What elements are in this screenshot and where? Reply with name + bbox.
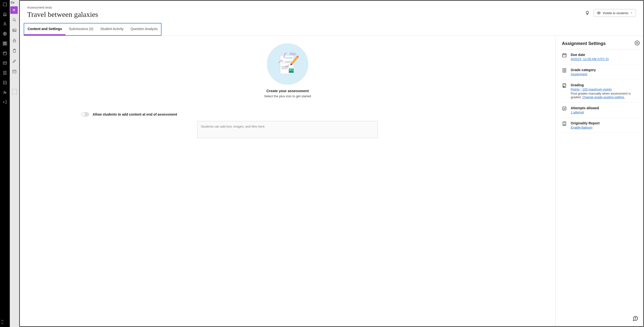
create-subtext: Select the plus icon to get started [264,94,311,98]
due-date-label: Due date [571,53,640,57]
svg-text:Abc: Abc [290,52,296,56]
course-nav-rail: Co [10,0,19,327]
svg-rect-36 [282,67,289,68]
footer-text: PriTe [1,320,4,325]
attempts-icon [562,106,567,114]
create-heading: Create your assessment [266,89,308,93]
app-nav-rail: PriTe [0,0,10,327]
svg-rect-24 [13,70,16,73]
globe-icon[interactable] [2,31,7,36]
messages-icon[interactable] [2,60,7,66]
grading-max-link[interactable]: 100 maximum points [582,88,612,91]
courses-icon[interactable] [2,41,7,46]
svg-point-28 [598,12,599,14]
svg-point-15 [4,92,5,93]
svg-rect-5 [3,52,6,55]
grading-label: Grading [571,83,640,87]
calendar-icon [562,53,567,61]
tab-question-analysis[interactable]: Question Analysis [127,24,161,35]
breadcrumb: Assessment tests [27,6,584,9]
clipboard-icon[interactable] [12,48,17,53]
category-icon [562,68,567,76]
student-content-area[interactable]: Students can add text, images, and files… [197,121,378,138]
attempts-label: Attempts allowed [571,106,640,110]
settings-title: Assignment Settings [562,41,606,46]
originality-label: Originality Report [571,121,640,125]
svg-rect-43 [563,54,566,57]
profile-icon[interactable] [2,22,7,26]
svg-point-39 [290,69,291,70]
page-title[interactable]: Travel between galaxies [27,10,584,18]
signout-icon[interactable] [2,100,7,104]
svg-point-16 [5,92,6,93]
grading-points-link[interactable]: Points [571,88,580,91]
svg-point-17 [13,18,15,21]
originality-link[interactable]: Enable Baboon [571,126,592,129]
svg-rect-37 [282,68,288,69]
svg-rect-53 [563,107,566,110]
institution-icon[interactable] [2,12,7,16]
search-icon[interactable] [12,18,17,22]
gear-icon[interactable] [634,40,640,47]
allow-content-toggle[interactable]: ✓ [81,112,89,116]
pencil-icon[interactable] [12,59,17,64]
due-date-link[interactable]: 4/20/23, 12:00 AM (UTC-5) [571,57,609,61]
tab-submissions[interactable]: Submissions (0) [66,24,97,35]
close-button[interactable] [10,6,18,14]
grade-category-link[interactable]: Assignment [571,72,587,76]
chevron-down-icon [630,12,633,14]
attempts-link[interactable]: 1 attempt [571,110,584,114]
svg-rect-0 [3,3,6,6]
assignment-settings-panel: Assignment Settings Due date 4/20/23, 12… [555,36,643,326]
eye-icon [597,11,601,15]
calendar-icon[interactable] [2,51,7,56]
main-content: Abc Create your assessment Select the pl… [20,36,555,326]
grading-change-link[interactable]: Change grade posting setting. [582,95,625,99]
svg-point-1 [4,22,6,24]
schedule-icon[interactable] [12,69,17,74]
originality-icon [562,121,567,129]
svg-rect-21 [13,40,16,42]
svg-rect-34 [285,62,290,63]
svg-point-42 [636,42,638,44]
grades-icon[interactable] [2,70,7,75]
help-icon[interactable] [632,315,639,322]
rail-label: Co [11,1,14,4]
svg-rect-31 [285,57,292,59]
grade-category-label: Grade category [571,68,640,72]
logo-icon [2,2,7,7]
image-icon[interactable] [12,28,17,33]
tabs-bar: Content and Settings Submissions (0) Stu… [20,23,643,36]
create-illustration: Abc [267,43,308,85]
grading-icon [562,83,567,99]
hint-icon[interactable] [584,10,591,16]
tab-student-activity[interactable]: Student Activity [97,24,127,35]
assessment-panel: Assessment tests Travel between galaxies… [19,0,644,327]
svg-rect-3 [4,42,6,44]
visibility-dropdown[interactable]: Visible to students [594,9,636,17]
svg-point-56 [636,319,636,320]
tab-content-settings[interactable]: Content and Settings [24,24,66,35]
tabs-focus-ring: Content and Settings Submissions (0) Stu… [24,23,162,36]
tools-icon[interactable] [2,80,7,85]
svg-rect-33 [285,61,292,62]
lock-icon[interactable] [12,38,17,43]
groups-icon[interactable] [2,90,7,95]
placeholder-icon[interactable] [12,89,16,94]
allow-content-label: Allow students to add content at end of … [92,112,177,116]
visibility-label: Visible to students [603,11,628,15]
svg-line-18 [15,20,16,22]
svg-rect-14 [4,81,6,84]
